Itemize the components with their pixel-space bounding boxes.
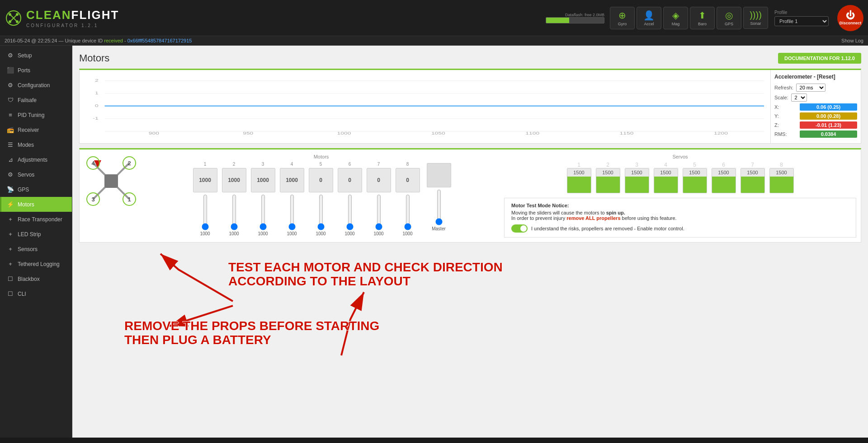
sidebar-item-cli[interactable]: ☐ CLI: [0, 286, 72, 301]
annotation-text-2: REMOVE THE PROPS BEFORE STARTING THEN PL…: [124, 319, 379, 347]
motor-grid: Motors 1 1000 1000 2 1000: [145, 154, 497, 238]
sidebar-item-adjustments[interactable]: ⊿ Adjustments: [0, 152, 72, 167]
accel-title: Accelerometer - [Reset]: [774, 74, 857, 80]
nav-accel[interactable]: 👤 Accel: [637, 7, 661, 29]
motor-slider-6[interactable]: [345, 194, 354, 230]
servo-green-2: [596, 177, 620, 193]
sidebar-item-pid[interactable]: ≡ PID Tuning: [0, 107, 72, 122]
enable-motor-toggle[interactable]: [511, 224, 528, 233]
motor-col-3: 3 1000 1000: [250, 162, 277, 236]
motor-col-num-6: 6: [349, 162, 351, 167]
sidebar-item-servos[interactable]: ⚙ Servos: [0, 167, 72, 182]
dataflash-label: Dataflash: free 2.0MB: [565, 13, 604, 17]
motor-slider-5[interactable]: [316, 194, 326, 230]
profile-select[interactable]: Profile 1 Profile 2 Profile 3: [774, 16, 829, 26]
motor-slider-3[interactable]: [259, 194, 268, 230]
servo-green-8: [770, 177, 793, 193]
motor-slider-8[interactable]: [403, 194, 412, 230]
sidebar-item-receiver[interactable]: 📻 Receiver: [0, 122, 72, 137]
nav-gyro[interactable]: ⊕ Gyro: [610, 7, 635, 29]
remove-props-warning: remove ALL propellers: [566, 215, 620, 221]
accel-z-label: Z:: [774, 122, 797, 128]
servo-green-4: [654, 177, 678, 193]
logo-area: CLEANFLIGHT CONFIGURATOR 1.2.1: [26, 8, 119, 28]
accel-rms-value: 0.0384: [800, 131, 857, 138]
disconnect-button[interactable]: ⏻ Disconnect: [837, 5, 863, 31]
motor-slider-7[interactable]: [374, 194, 383, 230]
accel-scale-select[interactable]: 248: [791, 93, 807, 102]
documentation-button[interactable]: DOCUMENTATION FOR 1.12.0: [778, 53, 861, 64]
drone-diagram: 4 2 3 1: [84, 154, 138, 208]
motor-slider-wrap-8: 1000: [402, 194, 412, 236]
motor-col-num-4: 4: [291, 162, 293, 167]
servo-box-7: 1500: [741, 168, 765, 193]
content-area: Motors DOCUMENTATION FOR 1.12.0 2 1: [72, 46, 868, 438]
svg-text:1100: 1100: [525, 131, 539, 135]
sidebar-item-failsafe[interactable]: 🛡 Failsafe: [0, 93, 72, 107]
motor-box-3: 1000: [251, 168, 275, 192]
svg-text:1200: 1200: [714, 131, 728, 135]
nav-mag[interactable]: ◈ Mag: [663, 7, 688, 29]
sidebar-item-configuration[interactable]: ⚙ Configuration: [0, 78, 72, 93]
nav-baro[interactable]: ⬆ Baro: [690, 7, 715, 29]
tethered-icon: +: [7, 261, 14, 267]
motor-slider-1[interactable]: [201, 194, 210, 230]
logo-text: CLEANFLIGHT: [26, 8, 119, 22]
master-slider[interactable]: [434, 189, 443, 225]
sidebar-item-gps[interactable]: 📡 GPS: [0, 182, 72, 197]
sidebar-item-setup[interactable]: ⚙ Setup: [0, 48, 72, 63]
main-layout: ⚙ Setup ⬛ Ports ⚙ Configuration 🛡 Failsa…: [0, 46, 868, 438]
accel-refresh-select[interactable]: 20 ms50 ms100 ms: [796, 84, 826, 92]
sidebar-item-ports[interactable]: ⬛ Ports: [0, 63, 72, 78]
motor-val-5: 1000: [316, 231, 326, 236]
dataflash-bar: Dataflash: free 2.0MB: [546, 13, 604, 23]
annotation-area: TEST EACH MOTOR AND CHECK DIRECTION ACCO…: [79, 247, 861, 373]
master-box: [427, 163, 451, 187]
motor-grid-title: Motors: [145, 154, 497, 159]
sidebar-item-race-transponder[interactable]: + Race Transponder: [0, 212, 72, 227]
accel-y-label: Y:: [774, 113, 797, 119]
motor-slider-2[interactable]: [230, 194, 239, 230]
sidebar-item-blackbox[interactable]: ☐ Blackbox: [0, 271, 72, 286]
notice-line1: Moving the sliders will cause the motors…: [511, 210, 849, 215]
show-log-button[interactable]: Show Log: [841, 38, 863, 43]
sidebar-label-adj: Adjustments: [18, 157, 47, 163]
svg-point-4: [16, 13, 19, 16]
accel-refresh-row: Refresh: 20 ms50 ms100 ms: [774, 84, 857, 92]
sidebar-item-tethered[interactable]: + Tethered Logging: [0, 256, 72, 271]
servo-green-5: [683, 177, 707, 193]
sidebar-item-motors[interactable]: ⚡ Motors: [0, 197, 72, 212]
sonar-label: Sonar: [750, 21, 761, 26]
sidebar-item-modes[interactable]: ☰ Modes: [0, 137, 72, 152]
motor-slider-wrap-7: 1000: [373, 194, 383, 236]
motors-icon: ⚡: [7, 201, 14, 208]
anno-text2-line2: THEN PLUG A BATTERY: [124, 333, 271, 347]
toggle-knob: [520, 225, 527, 232]
config-icon: ⚙: [7, 82, 14, 89]
servo-col-num-2: 2: [606, 162, 609, 168]
sidebar-label-transponder: Race Transponder: [18, 216, 62, 223]
motors-servos-section: 4 2 3 1 Motors 1 1000: [79, 148, 861, 242]
servo-green-3: [625, 177, 649, 193]
dataflash-bar-inner: [546, 18, 569, 23]
sidebar-label-tethered: Tethered Logging: [18, 261, 60, 267]
sidebar-item-sensors[interactable]: + Sensors: [0, 242, 72, 256]
motor-box-7: 0: [367, 168, 391, 192]
sidebar-item-led[interactable]: + LED Strip: [0, 227, 72, 242]
motor-slider-wrap-3: 1000: [258, 194, 268, 236]
motor-col-2: 2 1000 1000: [221, 162, 248, 236]
nav-sonar[interactable]: )))) Sonar: [743, 7, 768, 29]
sidebar-label-failsafe: Failsafe: [18, 97, 37, 103]
motor-col-4: 4 1000 1000: [278, 162, 306, 236]
toggle-label: I understand the risks, propellers are r…: [531, 226, 684, 231]
servo-col-3: 3 1500: [623, 162, 651, 193]
led-icon: +: [7, 231, 14, 238]
servo-val-8: 1500: [770, 168, 793, 177]
toggle-row: I understand the risks, propellers are r…: [511, 224, 849, 233]
servo-box-6: 1500: [712, 168, 736, 193]
sidebar-label-led: LED Strip: [18, 231, 41, 238]
motor-slider-4[interactable]: [288, 194, 297, 230]
servo-col-num-6: 6: [722, 162, 725, 168]
nav-gps[interactable]: ◎ GPS: [717, 7, 741, 29]
motor-box-1: 1000: [193, 168, 217, 192]
